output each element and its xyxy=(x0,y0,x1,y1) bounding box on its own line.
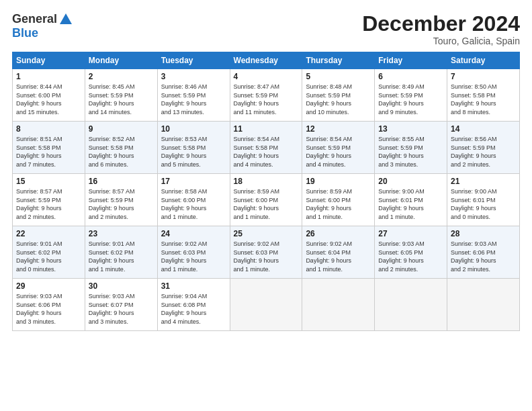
table-row: 5Sunrise: 8:48 AMSunset: 5:59 PMDaylight… xyxy=(302,69,375,122)
day-info: Sunrise: 8:46 AMSunset: 5:59 PMDaylight:… xyxy=(161,83,226,116)
header-monday: Monday xyxy=(85,52,157,69)
header-thursday: Thursday xyxy=(302,52,375,69)
table-row: 12Sunrise: 8:54 AMSunset: 5:59 PMDayligh… xyxy=(302,122,375,174)
day-info: Sunrise: 8:57 AMSunset: 5:59 PMDaylight:… xyxy=(89,187,154,221)
table-row xyxy=(375,279,447,331)
day-number: 6 xyxy=(378,72,443,81)
day-number: 8 xyxy=(16,124,81,134)
calendar-header-row: Sunday Monday Tuesday Wednesday Thursday… xyxy=(13,52,520,69)
day-number: 7 xyxy=(451,72,516,81)
calendar-week-row: 29Sunrise: 9:03 AMSunset: 6:06 PMDayligh… xyxy=(13,279,520,331)
day-info: Sunrise: 8:59 AMSunset: 6:00 PMDaylight:… xyxy=(234,187,299,221)
day-number: 30 xyxy=(89,281,154,291)
day-number: 31 xyxy=(161,281,226,291)
logo-general-text: General xyxy=(12,13,57,26)
day-number: 26 xyxy=(306,229,371,238)
calendar-table: Sunday Monday Tuesday Wednesday Thursday… xyxy=(12,52,520,331)
table-row: 31Sunrise: 9:04 AMSunset: 6:08 PMDayligh… xyxy=(157,279,230,331)
day-number: 5 xyxy=(306,72,371,81)
day-number: 12 xyxy=(306,124,371,134)
day-info: Sunrise: 8:45 AMSunset: 5:59 PMDaylight:… xyxy=(89,83,154,116)
table-row: 1Sunrise: 8:44 AMSunset: 6:00 PMDaylight… xyxy=(13,69,85,122)
table-row: 21Sunrise: 9:00 AMSunset: 6:01 PMDayligh… xyxy=(447,174,520,226)
day-info: Sunrise: 9:01 AMSunset: 6:02 PMDaylight:… xyxy=(16,240,81,273)
day-number: 23 xyxy=(89,229,154,238)
day-info: Sunrise: 9:00 AMSunset: 6:01 PMDaylight:… xyxy=(378,187,443,221)
day-number: 3 xyxy=(161,72,226,81)
day-number: 4 xyxy=(234,72,299,81)
table-row: 30Sunrise: 9:03 AMSunset: 6:07 PMDayligh… xyxy=(85,279,157,331)
table-row xyxy=(230,279,302,331)
day-info: Sunrise: 8:54 AMSunset: 5:58 PMDaylight:… xyxy=(234,135,299,169)
day-number: 18 xyxy=(234,177,299,186)
header-wednesday: Wednesday xyxy=(230,52,302,69)
day-number: 17 xyxy=(161,177,226,186)
location: Touro, Galicia, Spain xyxy=(362,36,520,46)
title-block: December 2024 Touro, Galicia, Spain xyxy=(362,12,520,46)
table-row: 18Sunrise: 8:59 AMSunset: 6:00 PMDayligh… xyxy=(230,174,302,226)
table-row: 19Sunrise: 8:59 AMSunset: 6:00 PMDayligh… xyxy=(302,174,375,226)
table-row: 28Sunrise: 9:03 AMSunset: 6:06 PMDayligh… xyxy=(447,226,520,279)
table-row: 27Sunrise: 9:03 AMSunset: 6:05 PMDayligh… xyxy=(375,226,447,279)
table-row: 10Sunrise: 8:53 AMSunset: 5:58 PMDayligh… xyxy=(157,122,230,174)
table-row: 13Sunrise: 8:55 AMSunset: 5:59 PMDayligh… xyxy=(375,122,447,174)
table-row: 14Sunrise: 8:56 AMSunset: 5:59 PMDayligh… xyxy=(447,122,520,174)
day-info: Sunrise: 9:02 AMSunset: 6:03 PMDaylight:… xyxy=(234,240,299,273)
table-row: 8Sunrise: 8:51 AMSunset: 5:58 PMDaylight… xyxy=(13,122,85,174)
day-info: Sunrise: 8:54 AMSunset: 5:59 PMDaylight:… xyxy=(306,135,371,169)
day-number: 27 xyxy=(378,229,443,238)
day-number: 28 xyxy=(451,229,516,238)
table-row: 3Sunrise: 8:46 AMSunset: 5:59 PMDaylight… xyxy=(157,69,230,122)
table-row: 23Sunrise: 9:01 AMSunset: 6:02 PMDayligh… xyxy=(85,226,157,279)
day-number: 9 xyxy=(89,124,154,134)
day-info: Sunrise: 9:03 AMSunset: 6:06 PMDaylight:… xyxy=(16,292,81,326)
logo-blue-text: Blue xyxy=(12,26,38,40)
day-number: 22 xyxy=(16,229,81,238)
day-info: Sunrise: 8:59 AMSunset: 6:00 PMDaylight:… xyxy=(306,187,371,221)
day-number: 10 xyxy=(161,124,226,134)
day-number: 25 xyxy=(234,229,299,238)
logo: General Blue xyxy=(12,12,73,40)
day-info: Sunrise: 9:03 AMSunset: 6:06 PMDaylight:… xyxy=(451,240,516,273)
table-row: 11Sunrise: 8:54 AMSunset: 5:58 PMDayligh… xyxy=(230,122,302,174)
calendar-week-row: 22Sunrise: 9:01 AMSunset: 6:02 PMDayligh… xyxy=(13,226,520,279)
day-info: Sunrise: 9:02 AMSunset: 6:04 PMDaylight:… xyxy=(306,240,371,273)
day-info: Sunrise: 8:53 AMSunset: 5:58 PMDaylight:… xyxy=(161,135,226,169)
header-sunday: Sunday xyxy=(13,52,85,69)
day-number: 21 xyxy=(451,177,516,186)
calendar-week-row: 1Sunrise: 8:44 AMSunset: 6:00 PMDaylight… xyxy=(13,69,520,122)
day-number: 19 xyxy=(306,177,371,186)
day-info: Sunrise: 8:51 AMSunset: 5:58 PMDaylight:… xyxy=(16,135,81,169)
table-row: 7Sunrise: 8:50 AMSunset: 5:58 PMDaylight… xyxy=(447,69,520,122)
table-row: 16Sunrise: 8:57 AMSunset: 5:59 PMDayligh… xyxy=(85,174,157,226)
day-info: Sunrise: 8:44 AMSunset: 6:00 PMDaylight:… xyxy=(16,83,81,116)
day-number: 1 xyxy=(16,72,81,81)
day-info: Sunrise: 8:57 AMSunset: 5:59 PMDaylight:… xyxy=(16,187,81,221)
day-number: 14 xyxy=(451,124,516,134)
table-row: 29Sunrise: 9:03 AMSunset: 6:06 PMDayligh… xyxy=(13,279,85,331)
table-row: 26Sunrise: 9:02 AMSunset: 6:04 PMDayligh… xyxy=(302,226,375,279)
svg-marker-0 xyxy=(60,13,72,24)
table-row xyxy=(302,279,375,331)
day-number: 2 xyxy=(89,72,154,81)
logo-icon xyxy=(58,12,73,27)
day-info: Sunrise: 9:04 AMSunset: 6:08 PMDaylight:… xyxy=(161,292,226,326)
day-info: Sunrise: 9:00 AMSunset: 6:01 PMDaylight:… xyxy=(451,187,516,221)
day-number: 29 xyxy=(16,281,81,291)
day-info: Sunrise: 8:56 AMSunset: 5:59 PMDaylight:… xyxy=(451,135,516,169)
table-row: 25Sunrise: 9:02 AMSunset: 6:03 PMDayligh… xyxy=(230,226,302,279)
table-row: 17Sunrise: 8:58 AMSunset: 6:00 PMDayligh… xyxy=(157,174,230,226)
day-number: 13 xyxy=(378,124,443,134)
day-info: Sunrise: 8:49 AMSunset: 5:59 PMDaylight:… xyxy=(378,83,443,116)
table-row: 2Sunrise: 8:45 AMSunset: 5:59 PMDaylight… xyxy=(85,69,157,122)
month-title: December 2024 xyxy=(362,12,520,36)
day-number: 20 xyxy=(378,177,443,186)
calendar-week-row: 8Sunrise: 8:51 AMSunset: 5:58 PMDaylight… xyxy=(13,122,520,174)
day-number: 15 xyxy=(16,177,81,186)
day-info: Sunrise: 8:50 AMSunset: 5:58 PMDaylight:… xyxy=(451,83,516,116)
day-info: Sunrise: 8:55 AMSunset: 5:59 PMDaylight:… xyxy=(378,135,443,169)
day-number: 16 xyxy=(89,177,154,186)
day-info: Sunrise: 8:48 AMSunset: 5:59 PMDaylight:… xyxy=(306,83,371,116)
header-friday: Friday xyxy=(375,52,447,69)
day-info: Sunrise: 8:58 AMSunset: 6:00 PMDaylight:… xyxy=(161,187,226,221)
